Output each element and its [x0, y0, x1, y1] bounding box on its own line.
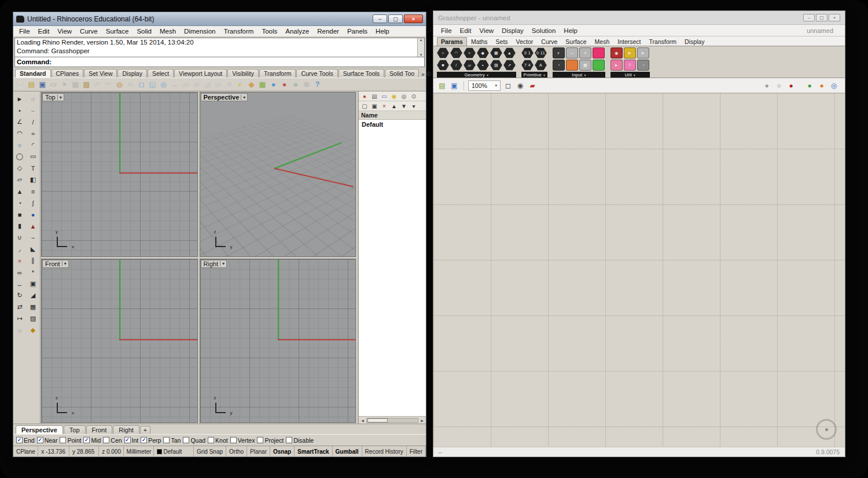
redo-icon[interactable]: ↷	[103, 79, 114, 90]
layers-icon[interactable]: ▦	[257, 79, 268, 90]
osnap-checkbox[interactable]	[141, 437, 147, 443]
boolean-toggle-icon[interactable]: ◐	[553, 47, 565, 58]
polygon-icon[interactable]: ◇	[14, 163, 25, 174]
surface-icon[interactable]: ▱	[14, 174, 25, 185]
only-selected-preview-icon[interactable]: ●	[804, 80, 815, 91]
colour-picker-icon[interactable]	[593, 60, 605, 71]
trigger-icon[interactable]: ►	[610, 60, 623, 71]
join-icon[interactable]: ∞	[14, 267, 25, 278]
osnap-toggle[interactable]: Perp	[141, 437, 161, 444]
sphere-icon[interactable]: ●	[27, 209, 39, 220]
group-label-util[interactable]: Util ▾	[610, 72, 650, 78]
new-sublayer-icon[interactable]: ▣	[370, 102, 379, 111]
osnap-checkbox[interactable]	[60, 437, 66, 443]
menu-item[interactable]: Analyze	[281, 27, 313, 35]
scroll-up-icon[interactable]: ▲	[420, 38, 423, 42]
properties-tab-icon[interactable]: ●	[360, 92, 369, 101]
osnap-toggle[interactable]: Quad	[183, 437, 205, 444]
dimension-icon[interactable]: ↦	[14, 313, 25, 324]
select-brush-icon[interactable]: ◌	[27, 93, 39, 104]
mirror-object-icon[interactable]: ⇄	[14, 301, 25, 312]
osnap-checkbox[interactable]	[103, 437, 109, 443]
paste-icon[interactable]: ▧	[81, 79, 92, 90]
menu-item[interactable]: Edit	[456, 27, 476, 35]
canvas-compass-widget[interactable]	[816, 419, 837, 440]
param-mesh-icon[interactable]: ▦	[490, 47, 502, 58]
osnap-checkbox[interactable]	[124, 437, 131, 443]
save-document-icon[interactable]: ▣	[449, 80, 459, 91]
split-icon[interactable]: ∥	[27, 255, 39, 266]
camera-tab-icon[interactable]: ◎	[399, 92, 409, 101]
osnap-toggle[interactable]: Tan	[163, 437, 181, 444]
param-curve-icon[interactable]: ≈	[464, 47, 476, 58]
revolve-icon[interactable]: ◔	[14, 197, 25, 208]
viewport-right-title[interactable]: Right ▾	[201, 260, 227, 268]
viewport-tab[interactable]: Top	[64, 425, 86, 434]
toolbar-tab[interactable]: Standard	[15, 69, 51, 78]
layer-row[interactable]: Default	[359, 120, 426, 129]
select-icon[interactable]: ►	[14, 93, 25, 104]
menu-item[interactable]: Edit	[34, 27, 54, 35]
offset-icon[interactable]: ≡	[224, 79, 235, 90]
param-box-icon[interactable]: ■	[437, 60, 449, 71]
menu-item[interactable]: Solution	[528, 27, 560, 35]
copy-icon[interactable]: ▥	[70, 79, 81, 90]
chamfer-icon[interactable]: ◣	[27, 244, 39, 255]
param-brep-icon[interactable]: ▲	[503, 47, 516, 58]
status-toggle[interactable]: Gumball	[333, 446, 362, 457]
osnap-checkbox[interactable]	[37, 437, 43, 443]
help-icon[interactable]: ?	[312, 79, 323, 90]
gradient-icon[interactable]	[566, 60, 578, 71]
osnap-toggle[interactable]: Vertex	[230, 437, 255, 444]
command-scrollbar[interactable]: ▲ ▼	[417, 38, 424, 57]
move-layer-down-icon[interactable]: ▼	[399, 102, 409, 111]
status-toggle[interactable]: Grid Snap	[194, 446, 226, 457]
lock-object-icon[interactable]: ◆	[27, 325, 39, 336]
point-icon[interactable]: •	[14, 105, 25, 116]
osnap-toggle[interactable]: End	[16, 437, 35, 444]
osnap-toggle[interactable]: Near	[37, 437, 58, 444]
delete-layer-icon[interactable]: ×	[380, 102, 389, 111]
menu-item[interactable]: Dimension	[180, 27, 219, 35]
mirror-icon[interactable]: ⇄	[213, 79, 224, 90]
menu-item[interactable]: View	[53, 27, 76, 35]
toolbar-tab[interactable]: CPlanes	[52, 69, 84, 78]
osnap-checkbox[interactable]	[16, 437, 23, 443]
toolbar-options-gear-icon[interactable]: ⊙	[426, 70, 433, 78]
grasshopper-canvas[interactable]	[433, 93, 845, 447]
category-tab[interactable]: Maths	[467, 37, 492, 46]
category-tab[interactable]: Sets	[492, 37, 512, 46]
cplane-button[interactable]: CPlane	[13, 446, 38, 457]
toolbar-tab[interactable]: Curve Tools	[296, 69, 337, 78]
osnap-checkbox[interactable]	[208, 437, 214, 443]
preview-visibility-icon[interactable]: ◉	[515, 80, 525, 91]
toolbar-tab[interactable]: Visibility	[227, 69, 259, 78]
layers-scrollbar[interactable]: ◀ ▶	[359, 416, 426, 424]
toolbar-overflow-icon[interactable]: »	[420, 71, 426, 78]
preview-shaded-icon[interactable]: ●	[786, 80, 796, 91]
osnap-toggle[interactable]: Knot	[208, 437, 228, 444]
osnap-checkbox[interactable]	[183, 437, 189, 443]
param-circle-icon[interactable]: ○	[437, 47, 449, 58]
lights-tab-icon[interactable]: ◉	[389, 92, 399, 101]
document-colours-icon[interactable]: ●	[816, 80, 827, 91]
viewport-top[interactable]: Top ▾ y x	[41, 92, 198, 257]
toolbar-tab[interactable]: Viewport Layout	[174, 69, 227, 78]
scrollbar-thumb[interactable]	[367, 418, 388, 422]
extrude-icon[interactable]: ▲	[14, 186, 25, 197]
curve-icon[interactable]: ◠	[14, 128, 25, 139]
osnap-toggle[interactable]: Point	[60, 437, 81, 444]
rectangle-icon[interactable]: ▭	[27, 151, 39, 162]
menu-item[interactable]: Tools	[258, 27, 281, 35]
scale-icon[interactable]: ◿	[202, 79, 213, 90]
maximize-button[interactable]: ▢	[816, 14, 827, 21]
timer-icon[interactable]: ◔	[637, 60, 649, 71]
minimize-button[interactable]: –	[373, 14, 387, 23]
move-icon[interactable]: ↔	[169, 79, 180, 90]
zoom-defaults-icon[interactable]: ◻	[503, 80, 513, 91]
freeform-curve-icon[interactable]: ≈	[27, 128, 39, 139]
toolbar-tab[interactable]: Solid Too	[385, 69, 419, 78]
boolean-union-icon[interactable]: ∪	[14, 232, 25, 243]
menu-item[interactable]: File	[15, 27, 34, 35]
toolbar-tab[interactable]: Surface Tools	[339, 69, 384, 78]
